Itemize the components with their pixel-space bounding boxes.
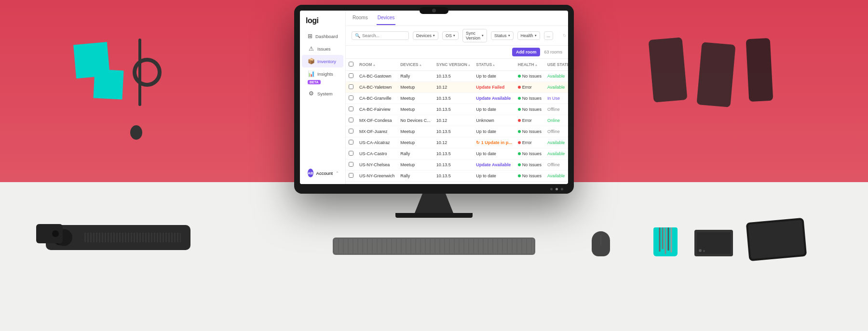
row-checkbox[interactable] (349, 95, 353, 100)
chevron-down-icon: ▾ (453, 34, 455, 38)
sidebar: logi ⊞ Dashboard ⚠ Issues 📦 Inventory (300, 11, 346, 184)
filter-sync[interactable]: Sync Version ▾ (462, 29, 487, 42)
cell-use-state: Available (544, 148, 568, 159)
row-checkbox[interactable] (349, 129, 353, 133)
health-dot (518, 119, 521, 122)
cell-devices: Rally (397, 148, 434, 159)
filter-os-label: OS (446, 33, 452, 38)
search-input[interactable] (362, 33, 406, 38)
row-checkbox[interactable] (349, 73, 353, 78)
table-row[interactable]: US-NY-GreenwichRally10.13.5Up to dateNo … (346, 171, 568, 182)
update-devices-button[interactable]: ↻ Update Devices (561, 30, 568, 41)
table-row[interactable]: CA-BC-FairviewMeetup10.13.5Up to dateNo … (346, 104, 568, 115)
cell-sync-version: 10.13.5 (434, 171, 474, 182)
cell-room: CA-BC-Granville (356, 93, 397, 104)
cell-use-state: Offline (544, 159, 568, 171)
cell-devices: Meetup (397, 137, 434, 148)
table-row[interactable]: CA-BC-GastownRally10.13.5Up to dateNo Is… (346, 71, 568, 82)
more-options-btn[interactable]: ... (544, 31, 554, 40)
row-checkbox[interactable] (349, 84, 353, 89)
sort-icon: ▴ (373, 63, 375, 66)
cell-sync-version: 10.12 (434, 82, 474, 93)
update-icon: ↻ (563, 33, 567, 38)
tab-rooms[interactable]: Rooms (352, 11, 369, 25)
sidebar-item-insights[interactable]: 📊 Insights BETA (302, 67, 343, 87)
cell-health: No Issues (515, 104, 544, 115)
table-row[interactable]: US-NY-ChelseaMeetup10.13.5Update Availab… (346, 159, 568, 171)
table-row[interactable]: CA-BC-YaletownMeetup10.12Update FailedEr… (346, 82, 568, 93)
filter-status[interactable]: Status ▾ (491, 31, 514, 40)
sidebar-item-issues[interactable]: ⚠ Issues (302, 42, 343, 55)
cell-health: No Issues (515, 171, 544, 182)
cell-devices: No Devices C... (397, 115, 434, 126)
filter-devices[interactable]: Devices ▾ (413, 31, 438, 40)
sidebar-item-inventory[interactable]: 📦 Inventory (302, 55, 343, 67)
table-row[interactable]: MX-DF-JuarezMeetup10.13.5Up to dateNo Is… (346, 126, 568, 137)
sidebar-item-dashboard[interactable]: ⊞ Dashboard (302, 30, 343, 42)
cell-sync-version: 10.13.5 (434, 126, 474, 137)
row-checkbox[interactable] (349, 173, 353, 178)
monitor-dot (556, 188, 558, 190)
account-item[interactable]: AB Account ⌃ (304, 166, 341, 180)
row-checkbox[interactable] (349, 118, 353, 122)
cell-use-state: Available (544, 82, 568, 93)
filter-status-label: Status (494, 33, 507, 38)
chevron-down-icon: ▾ (535, 34, 537, 38)
table-row[interactable]: CA-BC-GranvilleMeetup10.13.5Update Avail… (346, 93, 568, 104)
filter-sync-label: Sync Version (466, 31, 480, 40)
filter-os[interactable]: OS ▾ (442, 31, 459, 40)
keyboard (333, 238, 535, 255)
row-checkbox[interactable] (349, 162, 353, 167)
col-room[interactable]: ROOM ▴ (356, 59, 397, 71)
row-checkbox[interactable] (349, 106, 353, 111)
col-sync-version[interactable]: SYNC VERSION ▴ (434, 59, 474, 71)
row-checkbox[interactable] (349, 140, 353, 145)
health-dot (518, 97, 521, 100)
cell-status: Up to date (473, 148, 515, 159)
avatar: AB (308, 169, 313, 177)
cable-area (651, 39, 772, 106)
add-room-button[interactable]: Add room (512, 48, 541, 56)
cell-health: No Issues (515, 148, 544, 159)
table-row[interactable]: US-CA-AlcatrazMeetup10.12↻ 1 Update in p… (346, 137, 568, 148)
cell-health: No Issues (515, 71, 544, 82)
rooms-table: ROOM ▴ DEVICES ▴ SYNC VERSION ▴ STATUS ▴… (346, 59, 568, 184)
filter-health-label: Health (521, 33, 533, 38)
col-use-state[interactable]: USE STATE ▴ (544, 59, 568, 71)
pencil-cup (653, 227, 678, 256)
filter-devices-label: Devices (416, 33, 432, 38)
cell-room: US-NY-Greenwich (356, 171, 397, 182)
chevron-down-icon: ▾ (433, 34, 435, 38)
row-checkbox[interactable] (349, 151, 353, 156)
grid-icon: ⊞ (308, 33, 312, 40)
cell-sync-version: 10.13.5 (434, 148, 474, 159)
tab-devices[interactable]: Devices (377, 11, 396, 25)
search-icon: 🔍 (355, 33, 360, 38)
table-row[interactable]: US-TX-HoosicMeetup10.12Up to dateErrorIn… (346, 182, 568, 185)
col-status[interactable]: STATUS ▴ (473, 59, 515, 71)
chevron-icon: ⌃ (336, 171, 339, 175)
monitor-dot (550, 188, 553, 190)
table-row[interactable]: MX-DF-CondesaNo Devices C...10.12Unknown… (346, 115, 568, 126)
sort-icon: ▴ (493, 63, 495, 66)
search-box[interactable]: 🔍 (352, 31, 409, 40)
cell-status: Update Available (473, 93, 515, 104)
col-devices[interactable]: DEVICES ▴ (397, 59, 434, 71)
cell-use-state: Offline (544, 126, 568, 137)
box-icon: 📦 (308, 58, 314, 65)
cell-devices: Rally (397, 71, 434, 82)
health-dot (518, 163, 521, 166)
cell-health: No Issues (515, 126, 544, 137)
col-health[interactable]: HEALTH ▴ (515, 59, 544, 71)
select-all-checkbox[interactable] (349, 62, 353, 66)
monitor-stand (415, 194, 453, 213)
filter-health[interactable]: Health ▾ (517, 31, 540, 40)
tablet (746, 218, 807, 261)
cell-room: US-NY-Chelsea (356, 159, 397, 171)
table-row[interactable]: US-CA-CastroRally10.13.5Up to dateNo Iss… (346, 148, 568, 159)
cell-room: US-TX-Hoosic (356, 182, 397, 185)
cell-status: ↻ 1 Update in p... (473, 137, 515, 148)
chevron-down-icon: ▾ (508, 34, 510, 38)
sidebar-item-system[interactable]: ⚙ System (302, 87, 343, 100)
cell-health: No Issues (515, 159, 544, 171)
